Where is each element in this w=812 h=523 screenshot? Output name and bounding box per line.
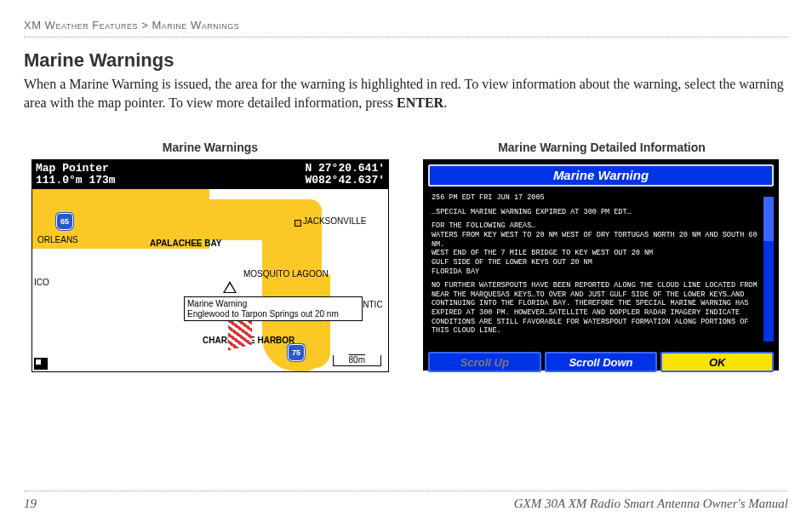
body-bold: ENTER <box>397 95 443 110</box>
interstate-shield-icon: 65 <box>56 213 73 230</box>
popup-title: Marine Warning <box>187 299 359 309</box>
map-device: Map Pointer 111.0°m 173m N 27°20.641' W0… <box>31 159 389 372</box>
status-flag-icon <box>34 358 48 370</box>
manual-title: GXM 30A XM Radio Smart Antenna Owner's M… <box>514 497 788 511</box>
scroll-down-button[interactable]: Scroll Down <box>545 352 658 372</box>
label-ico: ICO <box>34 278 49 287</box>
scrollbar-cap-bottom <box>763 342 774 348</box>
detail-device: Marine Warning 256 PM EDT FRI JUN 17 200… <box>423 159 779 371</box>
map-pointer-label: Map Pointer <box>36 163 116 175</box>
map-distance: 173m <box>89 174 115 187</box>
body-tail: . <box>443 95 447 110</box>
map-scale: 80m <box>333 355 381 366</box>
detail-p3: NO FURTHER WATERSPOUTS HAVE BEEN REPORTE… <box>432 281 760 336</box>
breadcrumb-section: XM Weather Features <box>24 19 138 32</box>
breadcrumb-sep: > <box>141 19 148 32</box>
detail-body[interactable]: 256 PM EDT FRI JUN 17 2005 …SPECIAL MARI… <box>428 190 774 348</box>
city-marker-icon <box>294 220 301 227</box>
landmass <box>312 274 330 368</box>
page-title: Marine Warnings <box>24 49 788 72</box>
map-header: Map Pointer 111.0°m 173m N 27°20.641' W0… <box>32 160 388 189</box>
scrollbar-cap-top <box>763 190 774 197</box>
warning-popup: Marine Warning Englewood to Tarpon Sprin… <box>184 296 363 321</box>
figure-map: Marine Warnings Map Pointer 111.0°m 173m… <box>31 141 389 372</box>
popup-text: Englewood to Tarpon Springs out 20 nm <box>187 309 359 319</box>
scrollbar-thumb[interactable] <box>763 190 774 241</box>
map-pointer-icon-inner <box>225 284 235 292</box>
manual-page: XM Weather Features > Marine Warnings Ma… <box>0 0 812 523</box>
ok-button[interactable]: OK <box>660 352 774 372</box>
figures-row: Marine Warnings Map Pointer 111.0°m 173m… <box>24 141 788 372</box>
map-canvas[interactable]: 65 75 JACKSONVILLE ORLEANS ICO APALACHEE… <box>32 189 388 371</box>
map-lat: N 27°20.641' <box>305 163 385 175</box>
breadcrumb: XM Weather Features > Marine Warnings <box>24 19 788 37</box>
page-number: 19 <box>24 497 37 511</box>
figure-detail: Marine Warning Detailed Information Mari… <box>423 141 781 372</box>
label-orleans: ORLEANS <box>37 235 78 244</box>
breadcrumb-page: Marine Warnings <box>152 19 239 32</box>
map-header-left: Map Pointer 111.0°m 173m <box>36 160 116 189</box>
figure-detail-caption: Marine Warning Detailed Information <box>423 141 781 154</box>
label-jacksonville: JACKSONVILLE <box>303 216 366 226</box>
body-paragraph: When a Marine Warning is issued, the are… <box>24 75 788 112</box>
detail-p2: FOR THE FOLLOWING AREAS… WATERS FROM KEY… <box>432 221 760 276</box>
map-bearing-distance: 111.0°m 173m <box>36 175 116 187</box>
label-apalachee: APALACHEE BAY <box>150 239 221 248</box>
page-footer: 19 GXM 30A XM Radio Smart Antenna Owner'… <box>24 491 788 511</box>
detail-title: Marine Warning <box>428 164 774 187</box>
map-lon: W082°42.637' <box>305 175 385 187</box>
map-header-right: N 27°20.641' W082°42.637' <box>305 160 385 189</box>
interstate-shield-icon: 75 <box>288 344 305 361</box>
map-bearing: 111.0°m <box>36 174 83 187</box>
figure-map-caption: Marine Warnings <box>31 141 389 154</box>
detail-timestamp: 256 PM EDT FRI JUN 17 2005 <box>432 193 760 203</box>
label-mosquito: MOSQUITO LAGOON <box>243 269 329 279</box>
detail-buttons: Scroll Up Scroll Down OK <box>428 352 774 372</box>
detail-p1: …SPECIAL MARINE WARNING EXPIRED AT 300 P… <box>432 208 760 217</box>
scroll-up-button[interactable]: Scroll Up <box>428 352 541 372</box>
